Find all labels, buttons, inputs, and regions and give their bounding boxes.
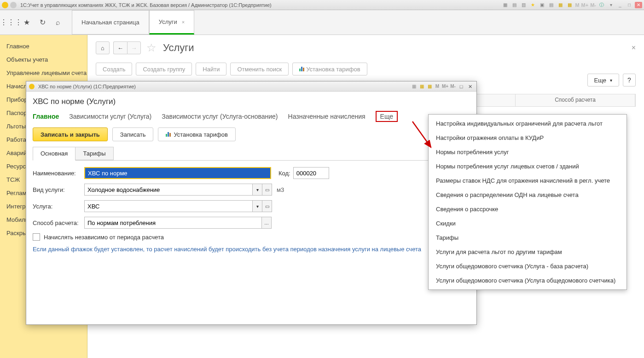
dropdown-item[interactable]: Тарифы <box>429 231 627 245</box>
cancel-find-button[interactable]: Отменить поиск <box>230 63 289 75</box>
type-field[interactable] <box>84 184 253 196</box>
modal-heading: ХВС по норме (Услуги) <box>33 97 470 106</box>
dropdown-item[interactable]: Нормы потребления услуг <box>429 145 627 159</box>
button-label: Еще <box>594 77 606 84</box>
info-text: Если данный флажок будет установлен, то … <box>33 245 470 254</box>
more-button[interactable]: Еще ▾ <box>587 74 619 87</box>
tab-close-icon[interactable]: × <box>182 19 185 25</box>
tool-icon[interactable]: ▦ <box>411 83 417 90</box>
dropdown-icon[interactable]: ▾ <box>252 200 262 212</box>
code-field[interactable] <box>293 167 329 179</box>
dropdown-item[interactable]: Размеры ставок НДС для отражения начисле… <box>429 173 627 188</box>
checkbox-label: Начислять независимо от периода расчета <box>44 234 164 241</box>
modal-tab-assigned[interactable]: Назначенные начисления <box>288 111 366 122</box>
star-icon[interactable]: ★ <box>529 1 536 9</box>
m-minus-button[interactable]: M- <box>450 83 456 90</box>
modal-tab-bar: Главное Зависимости услуг (Услуга) Завис… <box>33 111 470 122</box>
sidebar-item[interactable]: Главное <box>0 40 87 53</box>
dropdown-icon[interactable]: ▾ <box>252 184 262 196</box>
inner-tab-main[interactable]: Основная <box>33 147 75 161</box>
forward-button[interactable]: → <box>127 41 141 54</box>
inner-tab-tariffs[interactable]: Тарифы <box>75 147 113 160</box>
chart-icon <box>166 132 171 137</box>
modal-icon <box>29 84 35 89</box>
dropdown-item[interactable]: Нормы потребления услуг лицевых счетов /… <box>429 159 627 173</box>
tool-icon[interactable]: ▦ <box>501 1 509 9</box>
find-button[interactable]: Найти <box>196 63 226 75</box>
dropdown-item[interactable]: Скидки <box>429 216 627 231</box>
calc-icon[interactable]: ▦ <box>418 83 425 90</box>
type-label: Вид услуги: <box>33 186 84 193</box>
method-field[interactable] <box>84 217 262 229</box>
info-icon[interactable]: ⓘ <box>598 1 605 9</box>
page-title: Услуги <box>163 42 194 54</box>
chevron-down-icon: ▾ <box>610 78 612 83</box>
app-titlebar: 1С:Учет в управляющих компаниях ЖКХ, ТСЖ… <box>0 0 644 10</box>
favorite-icon[interactable]: ☆ <box>146 41 157 54</box>
search-icon[interactable]: ⌕ <box>53 18 63 27</box>
tab-services[interactable]: Услуги × <box>149 10 194 35</box>
modal-close-button[interactable]: ✕ <box>466 83 474 90</box>
dropdown-icon[interactable]: ▾ <box>607 1 615 9</box>
independent-checkbox[interactable] <box>33 233 40 241</box>
app-icon <box>2 2 8 8</box>
calc-icon[interactable]: ▦ <box>557 1 564 9</box>
dropdown-item[interactable]: Услуги общедомового счетчика (Услуга общ… <box>429 273 627 288</box>
tab-label: Услуги <box>159 18 177 25</box>
sidebar-item[interactable]: Управление лицевыми счетами <box>0 66 87 80</box>
calendar-icon[interactable]: ▦ <box>566 1 573 9</box>
tool-icon[interactable]: ▤ <box>511 1 518 9</box>
apps-icon[interactable]: ⋮⋮⋮ <box>6 18 16 27</box>
m-button[interactable]: M <box>434 83 441 90</box>
dropdown-item[interactable]: Услуги для расчета льгот по другим тариф… <box>429 245 627 259</box>
dropdown-item[interactable]: Сведения о распределении ОДН на лицевые … <box>429 188 627 202</box>
page-close-icon[interactable]: × <box>632 44 636 52</box>
m-button[interactable]: M <box>575 2 579 8</box>
create-button[interactable]: Создать <box>96 63 132 75</box>
modal-tab-dep2[interactable]: Зависимости услуг (Услуга-основание) <box>162 111 278 122</box>
dropdown-item[interactable]: Настройки отражения оплаты в КУДиР <box>429 131 627 145</box>
name-field[interactable] <box>84 167 271 179</box>
modal-tab-main[interactable]: Главное <box>33 111 59 122</box>
ellipsis-icon[interactable]: … <box>261 217 272 229</box>
tool-icon[interactable]: ▥ <box>520 1 527 9</box>
calendar-icon[interactable]: ▦ <box>426 83 433 90</box>
open-icon[interactable]: ▭ <box>262 200 272 212</box>
history-icon[interactable]: ↻ <box>38 18 47 27</box>
sidebar-item[interactable]: Объекты учета <box>0 53 87 66</box>
m-plus-button[interactable]: M+ <box>442 83 448 90</box>
home-button[interactable]: ⌂ <box>96 41 110 54</box>
code-label: Код: <box>278 170 290 177</box>
app-icon2 <box>10 2 17 8</box>
button-label: Установка тарифов <box>174 131 227 138</box>
help-button[interactable]: ? <box>623 74 636 87</box>
create-group-button[interactable]: Создать группу <box>136 63 192 75</box>
open-icon[interactable]: ▭ <box>262 184 272 196</box>
tab-home[interactable]: Начальная страница <box>72 10 149 35</box>
method-label: Способ расчета: <box>33 219 84 226</box>
service-field[interactable] <box>84 200 253 212</box>
maximize-button[interactable]: □ <box>626 1 633 9</box>
back-button[interactable]: ← <box>113 41 127 54</box>
modal-tab-more[interactable]: Еще <box>376 111 398 122</box>
m-minus-button[interactable]: M- <box>590 2 596 8</box>
modal-tab-dep1[interactable]: Зависимости услуг (Услуга) <box>69 111 151 122</box>
more-dropdown: Настройка индивидуальных ограничений для… <box>428 114 627 290</box>
dropdown-item[interactable]: Настройка индивидуальных ограничений для… <box>429 116 627 131</box>
save-close-button[interactable]: Записать и закрыть <box>33 127 108 141</box>
tab-label: Начальная страница <box>81 19 139 26</box>
dropdown-item[interactable]: Услуги общедомового счетчика (Услуга - б… <box>429 259 627 273</box>
star-icon[interactable]: ★ <box>22 18 31 27</box>
set-tariffs-button[interactable]: Установка тарифов <box>292 63 367 75</box>
m-plus-button[interactable]: M+ <box>581 2 589 8</box>
modal-maximize-button[interactable]: □ <box>458 83 465 90</box>
minimize-button[interactable]: _ <box>616 1 624 9</box>
close-button[interactable]: ✕ <box>635 2 642 8</box>
modal-title: ХВС по норме (Услуги) (1С:Предприятие) <box>38 84 409 89</box>
modal-dialog: ХВС по норме (Услуги) (1С:Предприятие) ▦… <box>26 81 477 325</box>
tool-icon[interactable]: ▤ <box>547 1 555 9</box>
tariffs-button[interactable]: Установка тарифов <box>158 127 235 141</box>
tool-icon[interactable]: ▣ <box>538 1 545 9</box>
dropdown-item[interactable]: Сведения о рассрочке <box>429 202 627 216</box>
save-button[interactable]: Записать <box>112 127 154 141</box>
